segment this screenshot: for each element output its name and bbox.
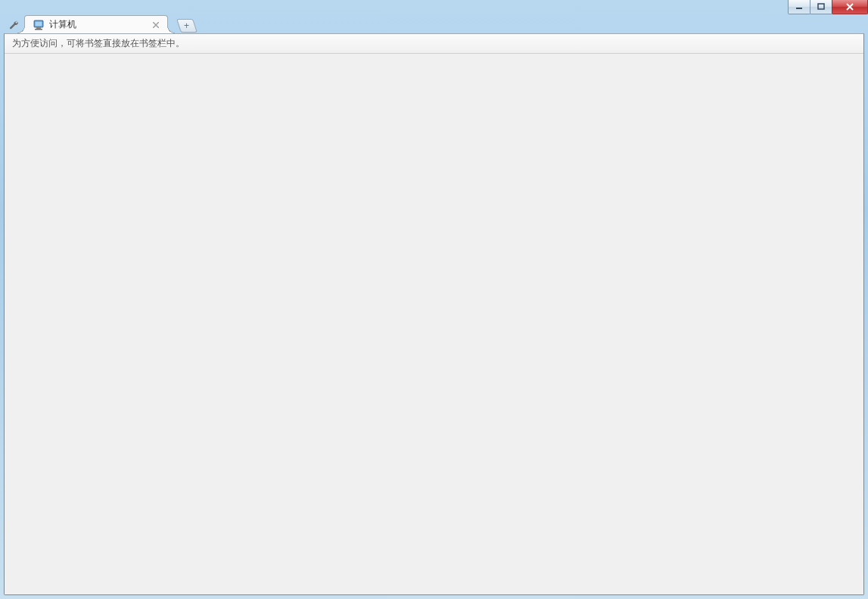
tab-strip: 计算机 + — [0, 14, 868, 33]
bookmarks-hint-text: 为方便访问，可将书签直接放在书签栏中。 — [12, 37, 185, 50]
minimize-icon — [795, 3, 804, 11]
close-icon — [153, 22, 159, 28]
svg-rect-0 — [796, 8, 802, 9]
plus-icon: + — [184, 21, 189, 30]
tab-title: 计算机 — [49, 18, 76, 31]
window-controls — [789, 0, 868, 15]
computer-icon — [33, 19, 45, 31]
browser-tab[interactable]: 计算机 — [24, 15, 168, 33]
svg-rect-3 — [36, 21, 42, 26]
minimize-button[interactable] — [788, 0, 810, 14]
bookmarks-bar[interactable]: 为方便访问，可将书签直接放在书签栏中。 — [5, 34, 863, 54]
new-tab-button[interactable]: + — [176, 19, 198, 33]
maximize-button[interactable] — [810, 0, 832, 14]
svg-rect-1 — [818, 4, 824, 9]
browser-frame: 为方便访问，可将书签直接放在书签栏中。 — [4, 33, 864, 595]
svg-rect-5 — [35, 29, 42, 30]
window-titlebar — [0, 0, 868, 15]
tab-close-button[interactable] — [151, 20, 161, 30]
maximize-icon — [817, 3, 826, 11]
close-icon — [845, 3, 854, 11]
close-button[interactable] — [832, 0, 868, 14]
svg-rect-4 — [36, 27, 41, 29]
content-area — [5, 54, 863, 594]
